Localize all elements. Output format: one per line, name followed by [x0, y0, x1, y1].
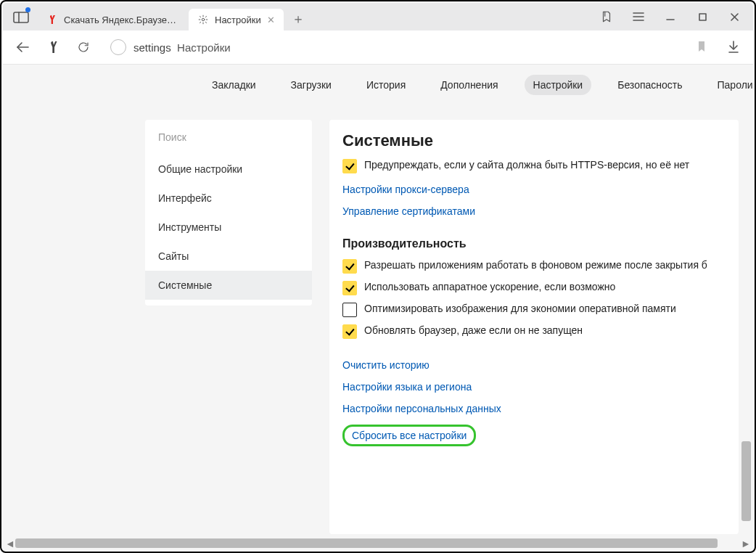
vertical-scroll-thumb[interactable]: [741, 441, 751, 521]
tab-label: Настройки: [215, 15, 261, 25]
sidebar-search[interactable]: Поиск: [145, 120, 312, 155]
manage-certificates-link[interactable]: Управление сертификатами: [342, 205, 726, 217]
nav-security[interactable]: Безопасность: [609, 75, 691, 95]
https-warn-row: Предупреждать, если у сайта должна быть …: [342, 159, 726, 173]
back-button[interactable]: [13, 38, 32, 57]
gear-icon: [197, 14, 209, 25]
address-text: settings Настройки: [133, 41, 231, 54]
reload-button[interactable]: [74, 38, 93, 57]
nav-passwords[interactable]: Пароли и карты: [709, 75, 753, 95]
yandex-favicon-icon: [46, 14, 58, 25]
perf-bg-label: Разрешать приложениям работать в фоновом…: [364, 259, 707, 271]
window-minimize-button[interactable]: [656, 6, 685, 28]
window-maximize-button[interactable]: [688, 6, 717, 28]
downloads-button[interactable]: [724, 38, 743, 57]
sidebar-item-tools[interactable]: Инструменты: [145, 213, 312, 242]
tab-yandex-download[interactable]: Скачать Яндекс.Браузер д: [38, 9, 189, 30]
menu-button[interactable]: [624, 6, 653, 28]
nav-settings[interactable]: Настройки: [525, 75, 592, 95]
window-close-button[interactable]: [720, 6, 749, 28]
sidebar-item-system[interactable]: Системные: [145, 271, 312, 300]
perf-hw-row: Использовать аппаратное ускорение, если …: [342, 281, 726, 295]
settings-sidebar: Поиск Общие настройки Интерфейс Инструме…: [145, 120, 312, 306]
section-title: Системные: [342, 131, 726, 150]
site-identity-icon: [110, 39, 126, 55]
perf-hw-label: Использовать аппаратное ускорение, если …: [364, 281, 615, 292]
reset-settings-highlight: Сбросить все настройки: [342, 425, 476, 446]
vertical-scrollbar[interactable]: [741, 144, 751, 521]
https-warn-checkbox[interactable]: [342, 159, 357, 173]
nav-addons[interactable]: Дополнения: [432, 75, 506, 95]
sidebar-item-general[interactable]: Общие настройки: [145, 155, 312, 184]
horizontal-scrollbar[interactable]: ◄ ►: [5, 538, 751, 548]
svg-rect-8: [699, 14, 706, 20]
hscroll-right-arrow[interactable]: ►: [741, 538, 751, 548]
page: Закладки Загрузки История Дополнения Нас…: [3, 65, 753, 550]
sidebar-item-sites[interactable]: Сайты: [145, 242, 312, 271]
perf-optimg-checkbox[interactable]: [342, 303, 357, 317]
reset-settings-link[interactable]: Сбросить все настройки: [352, 430, 467, 441]
perf-bg-checkbox[interactable]: [342, 259, 357, 274]
bookmark-icon[interactable]: [697, 41, 707, 54]
tab-strip: Скачать Яндекс.Браузер д Настройки ✕ ＋: [3, 3, 753, 30]
personal-data-link[interactable]: Настройки персональных данных: [342, 403, 726, 414]
settings-top-nav: Закладки Загрузки История Дополнения Нас…: [3, 65, 753, 105]
hscroll-left-arrow[interactable]: ◄: [5, 538, 15, 548]
panel-toggle-button[interactable]: [10, 7, 32, 28]
perf-title: Производительность: [342, 237, 726, 250]
nav-downloads[interactable]: Загрузки: [282, 75, 340, 95]
toolbar: settings Настройки: [3, 30, 753, 65]
perf-hw-checkbox[interactable]: [342, 281, 357, 295]
nav-history[interactable]: История: [358, 75, 414, 95]
language-region-link[interactable]: Настройки языка и региона: [342, 381, 726, 393]
perf-optimg-row: Оптимизировать изображения для экономии …: [342, 303, 726, 317]
nav-bookmarks[interactable]: Закладки: [203, 75, 265, 95]
perf-bg-row: Разрешать приложениям работать в фоновом…: [342, 259, 726, 274]
tab-label: Скачать Яндекс.Браузер д: [64, 15, 180, 25]
horizontal-scroll-thumb[interactable]: [15, 538, 718, 548]
https-warn-label: Предупреждать, если у сайта должна быть …: [364, 159, 689, 171]
new-tab-button[interactable]: ＋: [288, 9, 308, 29]
svg-rect-0: [14, 12, 28, 22]
bookmark-collection-button[interactable]: [592, 6, 621, 28]
perf-update-checkbox[interactable]: [342, 324, 357, 339]
perf-update-row: Обновлять браузер, даже если он не запущ…: [342, 324, 726, 339]
perf-optimg-label: Оптимизировать изображения для экономии …: [364, 303, 676, 314]
clear-history-link[interactable]: Очистить историю: [342, 359, 726, 371]
perf-update-label: Обновлять браузер, даже если он не запущ…: [364, 324, 583, 336]
address-bar[interactable]: settings Настройки: [104, 36, 712, 59]
svg-point-2: [202, 18, 205, 21]
proxy-settings-link[interactable]: Настройки прокси-сервера: [342, 184, 726, 195]
tab-close-icon[interactable]: ✕: [267, 15, 275, 25]
yandex-home-button[interactable]: [44, 38, 62, 57]
sidebar-item-interface[interactable]: Интерфейс: [145, 184, 312, 213]
settings-main: Системные Предупреждать, если у сайта до…: [329, 120, 739, 534]
tab-settings[interactable]: Настройки ✕: [189, 9, 284, 30]
